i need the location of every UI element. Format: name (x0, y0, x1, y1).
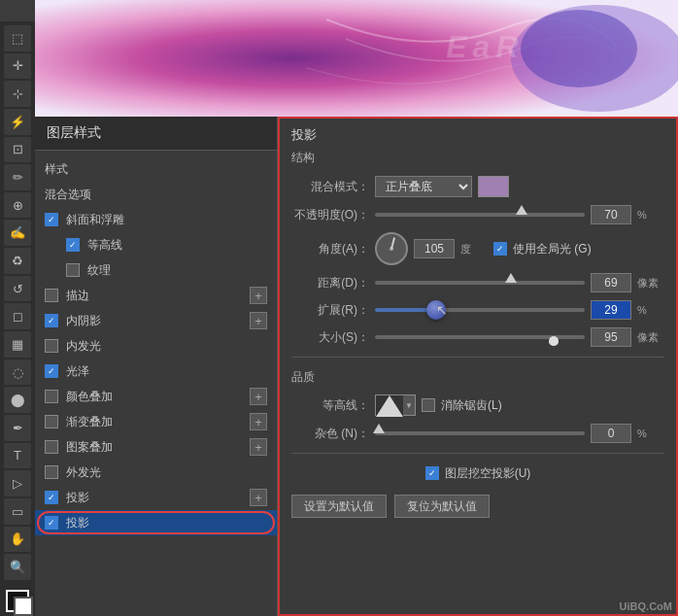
style-item-blend-label: 混合选项 (45, 187, 267, 203)
satin-checkbox[interactable] (45, 364, 58, 378)
drop-shadow-1-checkbox[interactable] (45, 491, 58, 504)
gradient-overlay-label: 渐变叠加 (66, 414, 250, 430)
style-item-pattern-overlay[interactable]: 图案叠加 + (35, 434, 277, 460)
style-item-texture[interactable]: 纹理 (35, 257, 277, 283)
inner-shadow-add[interactable]: + (250, 312, 267, 329)
tool-lasso[interactable]: ⊹ (4, 81, 31, 107)
bottom-buttons: 设置为默认值 复位为默认值 (280, 487, 676, 526)
style-item-style[interactable]: 样式 (35, 156, 277, 182)
knockout-checkbox[interactable] (425, 466, 439, 480)
angle-dial[interactable] (375, 232, 408, 265)
distance-unit: 像素 (637, 276, 664, 291)
tool-text[interactable]: T (4, 443, 31, 469)
tool-pen[interactable]: ✒ (4, 415, 31, 441)
style-item-contour[interactable]: 等高线 (35, 232, 277, 257)
contour-dropdown[interactable]: ▼ (402, 394, 416, 416)
contour-checkbox[interactable] (66, 238, 80, 252)
divider-2 (291, 453, 664, 454)
angle-unit: 度 (460, 242, 488, 257)
svg-point-2 (521, 10, 637, 87)
global-light-checkbox[interactable] (493, 242, 507, 256)
tool-gradient[interactable]: ▦ (4, 331, 31, 358)
knockout-container: 图层挖空投影(U) (291, 465, 664, 482)
foreground-color[interactable] (6, 590, 29, 612)
style-item-satin[interactable]: 光泽 (35, 359, 277, 384)
style-item-color-overlay[interactable]: 颜色叠加 + (35, 384, 277, 409)
opacity-input[interactable] (591, 205, 631, 224)
blend-color-swatch[interactable] (478, 176, 509, 197)
size-thumb[interactable] (549, 336, 559, 346)
gradient-overlay-add[interactable]: + (250, 413, 267, 430)
tool-eraser[interactable]: ◻ (4, 303, 31, 329)
distance-thumb[interactable] (505, 273, 517, 283)
style-item-inner-glow[interactable]: 内发光 (35, 333, 277, 359)
angle-control: 度 使用全局光 (G) (375, 232, 664, 265)
distance-slider[interactable] (375, 281, 585, 285)
set-default-button[interactable]: 设置为默认值 (291, 495, 387, 518)
tool-crop[interactable]: ⊡ (4, 137, 31, 163)
tool-marquee[interactable]: ⬚ (4, 25, 31, 51)
blend-mode-row: 混合模式： 正片叠底 (280, 172, 676, 201)
distance-input[interactable] (591, 273, 631, 292)
style-item-outer-glow[interactable]: 外发光 (35, 460, 277, 485)
drop-shadow-1-add[interactable]: + (250, 489, 267, 506)
size-input[interactable] (591, 327, 631, 347)
distance-row: 距离(D)： 像素 (280, 269, 676, 296)
noise-slider[interactable] (375, 431, 585, 435)
contour-thumbnail[interactable] (375, 394, 402, 416)
tool-shape[interactable]: ▭ (4, 498, 31, 525)
tool-move[interactable]: ✛ (4, 53, 31, 80)
size-control: 像素 (375, 327, 664, 347)
size-slider[interactable] (375, 335, 585, 339)
noise-thumb[interactable] (373, 424, 385, 433)
pattern-overlay-add[interactable]: + (250, 438, 267, 456)
panel-title: 图层样式 (35, 117, 277, 151)
tool-clone[interactable]: ♻ (4, 248, 31, 274)
stroke-checkbox[interactable] (45, 289, 58, 302)
tool-path-select[interactable]: ▷ (4, 470, 31, 496)
pattern-overlay-checkbox[interactable] (45, 440, 58, 454)
style-item-drop-shadow-2[interactable]: 投影 (35, 510, 277, 535)
noise-input[interactable] (591, 424, 631, 443)
tool-blur[interactable]: ◌ (4, 359, 31, 386)
angle-input[interactable] (414, 239, 455, 258)
tool-hand[interactable]: ✋ (4, 527, 31, 553)
color-overlay-add[interactable]: + (250, 388, 267, 405)
anti-alias-checkbox[interactable] (422, 398, 435, 412)
opacity-slider[interactable] (375, 213, 585, 217)
color-overlay-checkbox[interactable] (45, 390, 58, 403)
contour-control: ▼ 消除锯齿(L) (375, 394, 664, 416)
opacity-row: 不透明度(O)： % (280, 201, 676, 228)
blend-mode-select[interactable]: 正片叠底 (375, 176, 472, 197)
stroke-add[interactable]: + (250, 287, 267, 304)
bevel-checkbox[interactable] (45, 213, 58, 226)
tool-brush[interactable]: ✍ (4, 220, 31, 246)
style-item-drop-shadow-1[interactable]: 投影 + (35, 485, 277, 510)
texture-checkbox[interactable] (66, 263, 80, 277)
opacity-thumb[interactable] (516, 205, 527, 215)
inner-shadow-checkbox[interactable] (45, 314, 58, 327)
opacity-label: 不透明度(O)： (291, 207, 369, 223)
gradient-overlay-checkbox[interactable] (45, 415, 58, 428)
reset-default-button[interactable]: 复位为默认值 (394, 495, 490, 518)
tool-zoom[interactable]: 🔍 (4, 554, 31, 580)
tool-magic-wand[interactable]: ⚡ (4, 109, 31, 135)
global-light-label: 使用全局光 (G) (513, 241, 592, 257)
style-item-gradient-overlay[interactable]: 渐变叠加 + (35, 409, 277, 434)
opacity-control: % (375, 205, 664, 224)
style-item-inner-shadow[interactable]: 内阴影 + (35, 308, 277, 333)
style-item-stroke[interactable]: 描边 + (35, 283, 277, 308)
tool-dodge[interactable]: ⬤ (4, 387, 31, 413)
style-item-blend[interactable]: 混合选项 (35, 182, 277, 207)
outer-glow-checkbox[interactable] (45, 465, 58, 479)
inner-glow-checkbox[interactable] (45, 339, 58, 353)
spread-input[interactable] (591, 300, 631, 320)
tool-eyedropper[interactable]: ✏ (4, 164, 31, 190)
spread-slider[interactable]: ↖ (375, 308, 585, 312)
tool-healing[interactable]: ⊕ (4, 192, 31, 219)
drop-shadow-2-checkbox[interactable] (45, 516, 58, 530)
knockout-row: 图层挖空投影(U) (425, 465, 531, 482)
tool-history[interactable]: ↺ (4, 276, 31, 302)
left-toolbar: ⬚ ✛ ⊹ ⚡ ⊡ ✏ ⊕ ✍ ♻ ↺ ◻ ▦ ◌ ⬤ ✒ T ▷ ▭ ✋ 🔍 (0, 21, 35, 616)
style-item-bevel[interactable]: 斜面和浮雕 (35, 207, 277, 232)
